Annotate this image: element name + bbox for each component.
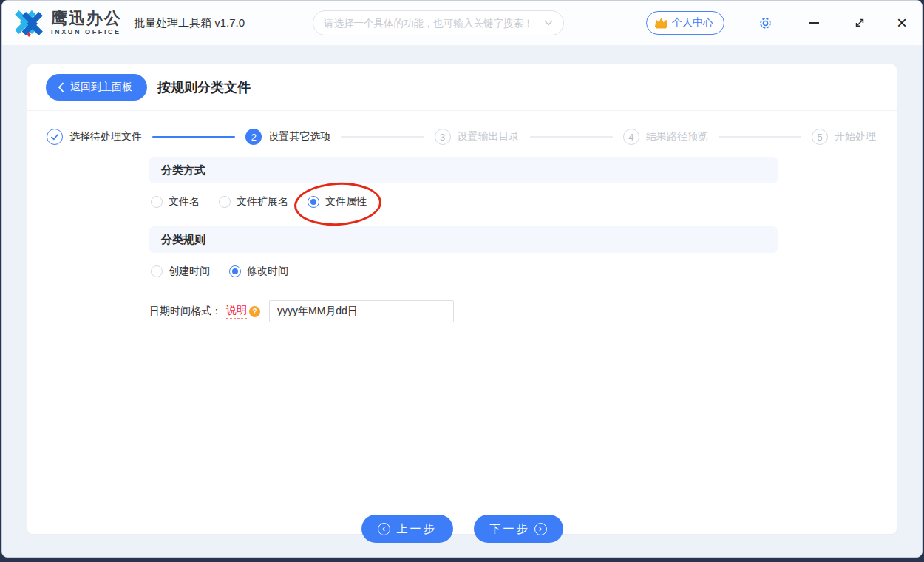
radio-circle — [151, 196, 163, 208]
help-link[interactable]: 说明 — [226, 304, 247, 319]
section-classification-method: 分类方式 — [149, 157, 778, 183]
step-3-label: 设置输出目录 — [458, 130, 520, 143]
circle-arrow-left-icon: ‹ — [378, 523, 390, 535]
prev-step-label: 上一步 — [397, 522, 437, 536]
step-4-number: 4 — [623, 129, 639, 145]
datetime-format-row: 日期时间格式： 说明 ? — [149, 300, 778, 322]
step-connector — [530, 136, 613, 138]
radio-file-extension[interactable]: 文件扩展名 — [219, 195, 288, 209]
question-badge-icon[interactable]: ? — [249, 306, 260, 317]
settings-gear-icon[interactable] — [758, 16, 772, 30]
page-title: 按规则分类文件 — [157, 78, 251, 96]
radio-circle — [151, 265, 163, 277]
function-search-select[interactable] — [313, 10, 564, 35]
logo-subtitle: INXUN OFFICE — [51, 29, 122, 35]
back-to-dashboard-button[interactable]: 返回到主面板 — [46, 74, 147, 101]
logo-title: 鹰迅办公 — [51, 10, 122, 27]
step-5-number: 5 — [812, 129, 828, 145]
radio-file-name[interactable]: 文件名 — [151, 195, 200, 209]
step-4-result-preview: 4 结果路径预览 — [623, 129, 708, 145]
step-1-label: 选择待处理文件 — [69, 130, 142, 143]
step-3-number: 3 — [435, 129, 451, 145]
step-4-label: 结果路径预览 — [646, 130, 708, 143]
prev-step-button[interactable]: ‹ 上一步 — [361, 515, 453, 543]
classification-rule-options: 创建时间 修改时间 — [151, 262, 778, 281]
radio-circle — [219, 196, 231, 208]
radio-file-attribute[interactable]: 文件属性 — [308, 195, 367, 209]
chevron-down-icon — [544, 20, 553, 26]
step-2-label: 设置其它选项 — [268, 130, 330, 143]
classification-method-options: 文件名 文件扩展名 文件属性 — [151, 192, 778, 211]
step-3-output-dir: 3 设置输出目录 — [435, 129, 520, 145]
radio-create-time[interactable]: 创建时间 — [151, 265, 210, 278]
step-1-check-icon — [47, 129, 63, 145]
next-step-label: 下一步 — [490, 522, 530, 536]
circle-arrow-right-icon: › — [534, 523, 547, 535]
radio-modify-time[interactable]: 修改时间 — [229, 265, 288, 278]
datetime-format-input[interactable] — [269, 300, 454, 322]
app-title: 批量处理工具箱 v1.7.0 — [134, 16, 245, 30]
titlebar: 鹰迅办公 INXUN OFFICE 批量处理工具箱 v1.7.0 个人中心 — [2, 1, 922, 45]
step-connector — [341, 136, 424, 138]
options-form: 分类方式 文件名 文件扩展名 文件属性 — [149, 157, 778, 322]
step-connector — [719, 136, 801, 138]
app-logo: 鹰迅办公 INXUN OFFICE — [13, 9, 122, 37]
radio-circle — [229, 265, 241, 277]
datetime-format-label: 日期时间格式： — [149, 305, 222, 318]
section-title: 分类方式 — [161, 163, 205, 177]
step-2-set-options: 2 设置其它选项 — [245, 129, 330, 145]
back-button-label: 返回到主面板 — [70, 81, 132, 94]
minimize-icon[interactable] — [808, 22, 820, 24]
chevron-left-icon — [58, 82, 64, 92]
user-center-button[interactable]: 个人中心 — [646, 11, 724, 35]
card-header: 返回到主面板 按规则分类文件 — [27, 64, 897, 111]
section-title: 分类规则 — [161, 233, 205, 247]
content-area: 返回到主面板 按规则分类文件 选择待处理文件 2 设置其它选项 — [2, 45, 922, 557]
crown-icon — [654, 17, 668, 29]
main-card: 返回到主面板 按规则分类文件 选择待处理文件 2 设置其它选项 — [27, 64, 897, 535]
step-2-number: 2 — [245, 129, 262, 145]
close-icon[interactable]: × — [897, 14, 907, 32]
step-1-select-files: 选择待处理文件 — [47, 129, 142, 145]
wizard-stepper: 选择待处理文件 2 设置其它选项 3 设置输出目录 4 结果路径预览 — [47, 129, 876, 145]
section-classification-rule: 分类规则 — [149, 226, 778, 253]
radio-circle — [308, 196, 319, 208]
step-5-label: 开始处理 — [835, 130, 876, 143]
app-window: 鹰迅办公 INXUN OFFICE 批量处理工具箱 v1.7.0 个人中心 — [1, 0, 923, 558]
logo-x-icon — [13, 9, 47, 37]
user-center-label: 个人中心 — [672, 16, 713, 30]
next-step-button[interactable]: 下一步 › — [474, 515, 563, 543]
step-connector — [152, 136, 235, 138]
maximize-restore-icon[interactable] — [854, 17, 866, 29]
wizard-footer: ‹ 上一步 下一步 › — [27, 515, 897, 543]
search-input[interactable] — [324, 18, 540, 29]
step-5-start-process: 5 开始处理 — [812, 129, 876, 145]
